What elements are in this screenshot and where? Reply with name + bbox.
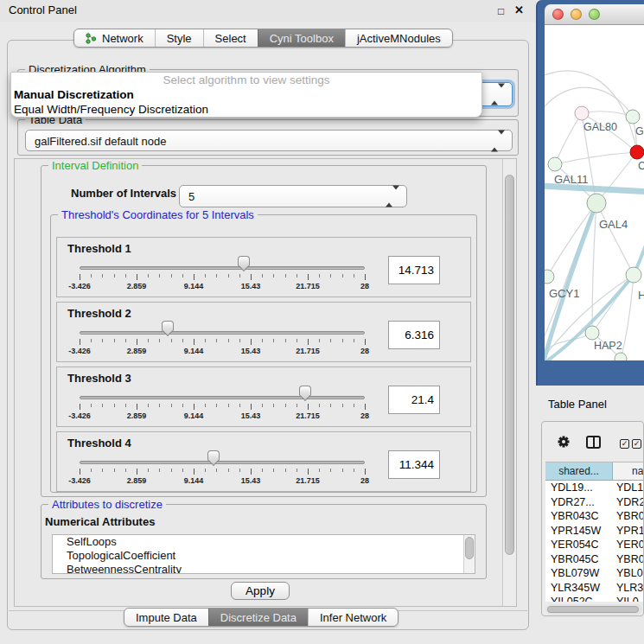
node-red-selected[interactable] — [630, 145, 644, 159]
slider-tick — [102, 404, 103, 407]
table-row[interactable]: YBR043CYBR0... — [545, 509, 644, 524]
slider-tick — [228, 469, 229, 472]
slider-tick — [296, 404, 297, 407]
node-gal4[interactable] — [587, 194, 606, 213]
slider-tick — [148, 404, 149, 407]
close-traffic-light[interactable] — [552, 9, 564, 20]
node-gcy1[interactable] — [545, 270, 554, 284]
node-partial-bottom[interactable] — [615, 353, 627, 360]
slider-tick-label: 15.43 — [232, 476, 270, 485]
slider-thumb[interactable] — [238, 256, 250, 275]
node-gal11[interactable] — [548, 157, 562, 171]
dropdown-item-equal-width-frequency[interactable]: Equal Width/Frequency Discretization — [11, 102, 481, 117]
scrollbar-thumb[interactable] — [465, 537, 474, 559]
table-row[interactable]: YDR27...YDR2... — [545, 495, 644, 510]
node-gal80[interactable] — [575, 106, 589, 120]
slider-tick — [296, 339, 297, 342]
slider-tick-label: 28 — [346, 282, 384, 290]
slider-thumb[interactable] — [207, 450, 220, 469]
dropdown-placeholder-item[interactable]: Select algorithm to view settings — [11, 73, 481, 87]
tab-cyni-toolbox[interactable]: Cyni Toolbox — [258, 29, 345, 47]
checkbox-icon[interactable] — [632, 439, 641, 449]
network-window-titlebar[interactable] — [545, 4, 644, 25]
zoom-traffic-light[interactable] — [589, 9, 600, 20]
table-row[interactable]: YBR045CYBR0... — [545, 552, 644, 567]
table-row[interactable]: YLR345WYLR3... — [545, 581, 644, 596]
threshold-value-field[interactable]: 21.4 — [388, 386, 440, 414]
column-header-shared-name[interactable]: shared... — [545, 462, 613, 480]
slider-tick — [125, 339, 126, 342]
tab-style[interactable]: Style — [155, 29, 203, 47]
slider-tick — [228, 274, 229, 277]
table-row[interactable]: YPR145WYPR1... — [545, 524, 644, 539]
cell-name: YPR1... — [613, 525, 644, 537]
tab-network[interactable]: Network — [74, 29, 155, 47]
numerical-attributes-label: Numerical Attributes — [45, 515, 155, 528]
slider-thumb[interactable] — [299, 386, 311, 405]
table-row[interactable]: YBL079WYBL0... — [545, 566, 644, 581]
number-of-intervals-combobox[interactable]: 5 — [179, 185, 407, 207]
network-canvas[interactable]: GAL80 G C GAL11 GAL4 GCY1 H HAP2 — [545, 25, 644, 360]
slider-tick — [262, 469, 263, 472]
slider-tick-label: 9.144 — [175, 411, 213, 420]
tab-impute-data[interactable]: Impute Data — [124, 609, 208, 626]
tab-jactivemnodules[interactable]: jActiveMNodules — [345, 29, 452, 47]
slider-tick — [342, 404, 343, 407]
tab-label: Style — [167, 32, 192, 45]
control-panel-tabs: NetworkStyleSelectCyni ToolboxjActiveMNo… — [73, 29, 453, 48]
numerical-attributes-list[interactable]: SelfLoopsTopologicalCoefficientBetweenne… — [52, 534, 475, 574]
interval-definition-group: Interval Definition Number of Intervals … — [41, 165, 487, 497]
attribute-list-item[interactable]: BetweennessCentrality — [53, 563, 475, 574]
close-icon[interactable]: ✕ — [514, 3, 524, 16]
tab-discretize-data[interactable]: Discretize Data — [208, 609, 308, 626]
threshold-panel-2: Threshold 2-3.4262.8599.14415.4321.71528… — [56, 302, 471, 362]
tab-select[interactable]: Select — [203, 29, 258, 47]
scrollbar-thumb[interactable] — [547, 606, 639, 613]
thresholds-group-title: Threshold's Coordinates for 5 Intervals — [58, 208, 258, 221]
table-row[interactable]: YIL052CYIL0... — [545, 595, 644, 602]
number-of-intervals-value: 5 — [188, 190, 194, 203]
minimize-traffic-light[interactable] — [571, 9, 582, 20]
threshold-value-field[interactable]: 6.316 — [388, 321, 440, 349]
column-header-name[interactable]: na... — [613, 462, 644, 480]
slider-tick — [262, 339, 263, 342]
combo-arrows-icon — [491, 88, 505, 101]
slider-tick — [159, 274, 160, 277]
threshold-value-field[interactable]: 14.713 — [388, 256, 440, 284]
attribute-list-item[interactable]: TopologicalCoefficient — [53, 549, 475, 563]
table-data-combobox[interactable]: galFiltered.sif default node — [25, 130, 513, 151]
slider-tick — [182, 339, 183, 342]
node-right-mid[interactable] — [626, 267, 641, 283]
scrollbar-thumb[interactable] — [505, 175, 514, 555]
slider-track[interactable] — [80, 396, 365, 399]
attribute-list-item[interactable]: SelfLoops — [53, 535, 475, 549]
thresholds-group: Threshold's Coordinates for 5 Intervals … — [50, 214, 477, 493]
network-graph: GAL80 G C GAL11 GAL4 GCY1 H HAP2 — [545, 25, 644, 360]
slider-tick — [308, 469, 309, 475]
tab-infer-network[interactable]: Infer Network — [308, 609, 398, 626]
table-row[interactable]: YDL19...YDL1... — [545, 481, 644, 495]
table-row[interactable]: YER054CYER0... — [545, 538, 644, 552]
float-window-icon[interactable]: □ — [498, 5, 504, 17]
attribute-list-scrollbar[interactable] — [463, 535, 475, 573]
horizontal-scrollbar[interactable] — [545, 604, 642, 615]
slider-thumb[interactable] — [162, 321, 174, 340]
slider-track[interactable] — [80, 266, 365, 270]
slider-track[interactable] — [80, 331, 365, 335]
apply-button[interactable]: Apply — [231, 582, 290, 600]
slider-tick — [319, 469, 320, 472]
gear-icon[interactable] — [557, 435, 571, 452]
slider-tick — [330, 404, 331, 407]
threshold-value-field[interactable]: 11.344 — [388, 450, 440, 479]
cell-shared-name: YPR145W — [545, 525, 613, 537]
node-partial-top-right[interactable] — [626, 110, 640, 124]
slider-tick — [273, 469, 274, 472]
checkbox-icon[interactable] — [620, 439, 629, 449]
split-columns-icon[interactable] — [586, 436, 601, 449]
number-of-intervals-label: Number of Intervals — [71, 187, 176, 200]
slider-tick — [285, 274, 286, 277]
vertical-scrollbar[interactable] — [502, 159, 516, 606]
slider-track[interactable] — [80, 461, 365, 464]
node-hap2[interactable] — [585, 326, 599, 340]
dropdown-item-manual-discretization[interactable]: Manual Discretization — [11, 87, 481, 102]
